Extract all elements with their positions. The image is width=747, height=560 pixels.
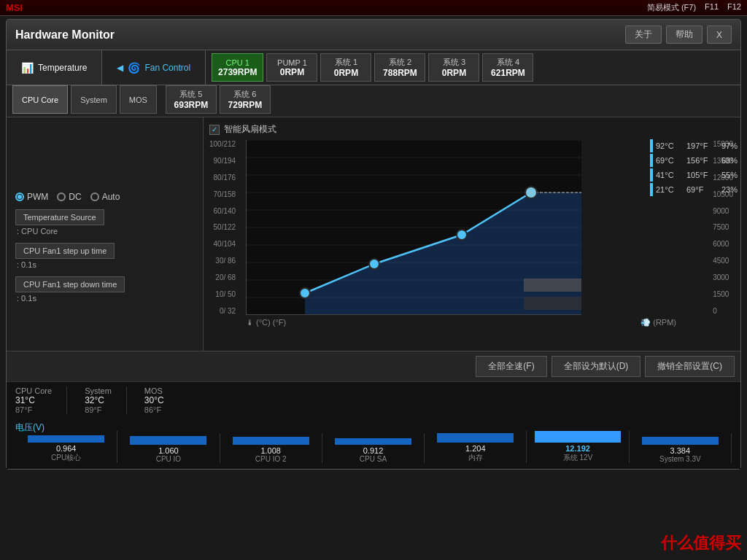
v-bar-cpu-sa-container (325, 433, 421, 445)
about-button[interactable]: 关于 (625, 26, 662, 44)
y-label-l-3: 70/158 (209, 190, 236, 198)
v-bar-sys12v-container (530, 431, 625, 443)
tab-bar: 📊 Temperature ◀ 🌀 Fan Control CPU 1 2739… (7, 50, 740, 85)
fan-btn-cpu1-rpm: 2739RPM (218, 67, 257, 77)
fan-tab-icon: 🌀 (128, 62, 140, 74)
v-val-cpu-sa: 0.912 (363, 446, 384, 455)
main-content: PWM DC Auto Temperature Source : CPU Cor… (7, 117, 740, 351)
temp-4-c: 21°C (656, 185, 684, 194)
temp-tab-icon: 📊 (21, 62, 34, 74)
fan-btn-sys3[interactable]: 系统 3 0RPM (428, 53, 479, 82)
curve-point-3[interactable] (457, 230, 467, 240)
fan-step-up-button[interactable]: CPU Fan1 step up time (15, 243, 115, 259)
full-speed-button[interactable]: 全部全速(F) (476, 356, 546, 377)
curve-point-4[interactable] (525, 187, 537, 198)
y-label-r-8: 3000 (713, 273, 733, 281)
curve-point-2[interactable] (369, 259, 379, 269)
tab-fan-arrow: ◀ (117, 63, 123, 73)
fan-btn-sys6-rpm: 729RPM (226, 100, 264, 110)
v-bar-cpu-io-container (120, 433, 216, 445)
close-button[interactable]: X (707, 26, 732, 44)
radio-auto[interactable]: Auto (90, 192, 120, 202)
v-bar-cpu-sa (335, 438, 411, 445)
temp-4-pct: 23% (717, 185, 738, 194)
temp-tab-cpu-core[interactable]: CPU Core (12, 85, 68, 114)
fan-btn-sys6[interactable]: 系统 6 729RPM (220, 85, 271, 114)
fan-curve-chart[interactable] (246, 140, 581, 315)
temp-bar-1 (650, 139, 653, 152)
fan-btn-cpu1[interactable]: CPU 1 2739RPM (212, 53, 263, 82)
temp-tab-system[interactable]: System (71, 85, 117, 114)
action-bar: 全部全速(F) 全部设为默认(D) 撤销全部设置(C) (7, 351, 740, 381)
temp-2-f: 156°F (686, 156, 714, 165)
tab-temperature[interactable]: 📊 Temperature (7, 50, 102, 85)
msi-f12[interactable]: F12 (727, 2, 741, 13)
fan-btn-sys1[interactable]: 系统 1 0RPM (320, 53, 371, 82)
y-label-r-5: 7500 (713, 223, 733, 231)
y-label-l-6: 40/104 (209, 240, 236, 248)
radio-pwm-label: PWM (27, 192, 48, 202)
status-cpu-name: CPU Core (15, 386, 52, 395)
fan-btn-pump1-rpm: 0RPM (273, 67, 311, 77)
msi-bar: MSI 简易模式 (F7) F11 F12 (0, 0, 747, 16)
fan-btn-pump1[interactable]: PUMP 1 0RPM (266, 53, 317, 82)
status-system: System 32°C 89°F (85, 386, 127, 414)
smart-mode-header: ✓ 智能风扇模式 (209, 123, 735, 136)
temp-2-c: 69°C (656, 156, 684, 165)
fan-step-down-button[interactable]: CPU Fan1 step down time (15, 276, 125, 292)
fan-step-up-section: CPU Fan1 step up time : 0.1s (15, 243, 194, 269)
help-button[interactable]: 帮助 (666, 26, 703, 44)
msi-top-right: 简易模式 (F7) F11 F12 (647, 2, 741, 13)
radio-dc[interactable]: DC (57, 192, 81, 202)
temp-3-f: 105°F (686, 171, 714, 179)
curve-point-1[interactable] (300, 288, 310, 298)
voltage-bars: 0.964 CPU核心 1.060 CPU IO 1.008 CPU IO 2 (15, 437, 732, 463)
temp-1-f: 197°F (686, 141, 714, 150)
fan-btn-sys4[interactable]: 系统 4 621RPM (482, 53, 533, 82)
v-name-cpu-io: CPU IO (156, 455, 181, 463)
y-label-l-0: 100/212 (209, 140, 236, 148)
temp-bar-2 (650, 154, 653, 167)
v-name-cpu-core: CPU核心 (51, 453, 81, 463)
v-bar-cpu-io2-container (223, 433, 319, 445)
cancel-all-button[interactable]: 撤销全部设置(C) (645, 356, 735, 377)
msi-f11[interactable]: F11 (705, 2, 719, 13)
tab-fan-label: Fan Control (144, 63, 190, 73)
fan-btn-sys2[interactable]: 系统 2 788RPM (374, 53, 425, 82)
y-label-r-10: 0 (713, 307, 733, 315)
v-name-sys12v: 系统 12V (563, 453, 593, 463)
fan-step-down-value: : 0.1s (15, 294, 194, 303)
temp-source-button[interactable]: Temperature Source (15, 209, 104, 225)
set-default-button[interactable]: 全部设为默认(D) (551, 356, 641, 377)
fan-btn-sys1-name: 系统 1 (335, 58, 357, 66)
temp-source-value: : CPU Core (15, 227, 194, 236)
y-label-l-8: 20/ 68 (209, 273, 236, 281)
smart-mode-checkbox[interactable]: ✓ (209, 125, 220, 135)
v-name-cpu-io2: CPU IO 2 (255, 455, 287, 463)
chart-temp-labels: 🌡 (°C) (°F) (246, 318, 286, 327)
v-bar-sys33v-container (632, 433, 728, 445)
temp-4-f: 69°F (686, 185, 714, 194)
v-bar-mem-container (427, 431, 523, 443)
y-label-l-4: 60/140 (209, 207, 236, 215)
fan-btn-sys6-name: 系统 6 (233, 90, 256, 98)
fan-step-up-value: : 0.1s (15, 260, 194, 269)
voltage-cpu-core: 0.964 CPU核心 (15, 431, 117, 463)
temp-row-1: 92°C 197°F 97% (650, 139, 738, 152)
tab-fan-control[interactable]: ◀ 🌀 Fan Control (102, 50, 206, 85)
fan-btn-sys5[interactable]: 系统 5 693RPM (166, 85, 217, 114)
v-bar-mem (437, 433, 514, 443)
fan-btn-sys1-rpm: 0RPM (327, 68, 365, 78)
temp-3-c: 41°C (656, 171, 684, 179)
status-sys-f: 89°F (85, 405, 112, 414)
temp-1-c: 92°C (656, 141, 684, 150)
v-val-sys12v: 12.192 (565, 444, 590, 453)
voltage-cpu-sa: 0.912 CPU SA (322, 433, 425, 463)
celsius-unit: (°C) (256, 318, 271, 327)
v-val-sys33v: 3.384 (670, 446, 691, 455)
temp-tab-mos[interactable]: MOS (120, 85, 157, 114)
y-label-l-10: 0/ 32 (209, 307, 236, 315)
v-name-sys33v: System 3.3V (659, 455, 701, 463)
chart-area: ✓ 智能风扇模式 100/212 90/194 80/176 70/158 60… (204, 117, 740, 351)
radio-pwm[interactable]: PWM (15, 192, 48, 202)
